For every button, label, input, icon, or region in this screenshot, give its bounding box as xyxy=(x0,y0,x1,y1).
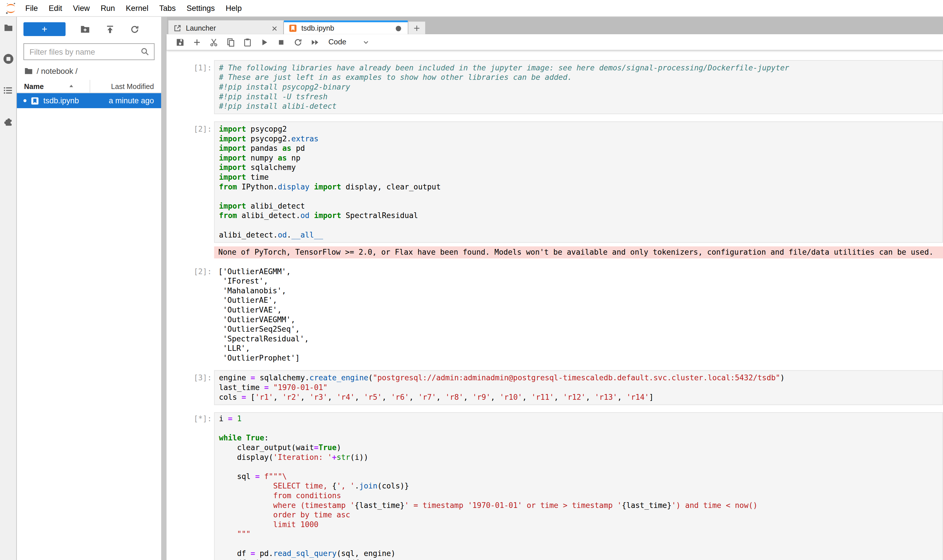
save-button[interactable] xyxy=(171,35,188,49)
cell-output: [2]:['OutlierAEGMM', 'IForest', 'Mahalan… xyxy=(194,266,943,363)
output-prompt-empty xyxy=(194,246,214,258)
column-header-name[interactable]: Name xyxy=(17,80,90,92)
cell-input-prompt: [2]: xyxy=(194,122,214,243)
menu-help[interactable]: Help xyxy=(220,4,247,13)
menu-tabs[interactable]: Tabs xyxy=(154,4,181,13)
cell-type-dropdown[interactable]: Code xyxy=(329,38,347,46)
notebook-toolbar: Code xyxy=(167,34,943,51)
notebook-icon xyxy=(31,97,39,105)
sidebar-splitter[interactable] xyxy=(161,17,167,560)
breadcrumb-path: / notebook / xyxy=(37,66,77,75)
tab-label: tsdb.ipynb xyxy=(301,24,396,32)
column-header-last-modified[interactable]: Last Modified xyxy=(90,80,161,92)
cell-input-prompt: [3]: xyxy=(194,370,214,405)
code-cell: [1]:# The following libraries have alrea… xyxy=(194,60,943,114)
new-launcher-button[interactable]: + xyxy=(23,22,66,36)
new-folder-icon[interactable] xyxy=(80,24,90,34)
activity-running-sessions[interactable] xyxy=(2,53,14,65)
jupyter-logo xyxy=(4,2,17,15)
refresh-icon[interactable] xyxy=(130,24,140,34)
file-list-header: Name Last Modified xyxy=(17,80,161,93)
search-icon xyxy=(140,47,150,57)
jupyterlab-window: FileEditViewRunKernelTabsSettingsHelp + … xyxy=(0,0,943,560)
menu-settings[interactable]: Settings xyxy=(181,4,220,13)
file-browser-panel: + / notebook / Name Last Modified xyxy=(17,17,161,560)
menu-kernel[interactable]: Kernel xyxy=(120,4,154,13)
menu-items: FileEditViewRunKernelTabsSettingsHelp xyxy=(20,0,247,16)
launcher-icon xyxy=(173,24,182,32)
unsaved-changes-dot xyxy=(396,25,401,31)
paste-cell-button[interactable] xyxy=(239,35,256,49)
menu-file[interactable]: File xyxy=(20,4,43,13)
tab-tsdb-ipynb[interactable]: tsdb.ipynb xyxy=(284,20,408,34)
chevron-down-icon[interactable] xyxy=(363,38,369,45)
file-last-modified: a minute ago xyxy=(109,96,161,105)
new-tab-button[interactable] xyxy=(408,22,425,34)
cell-editor[interactable]: # The following libraries have already b… xyxy=(214,60,943,114)
code-cell: [*]:i = 1 while True: clear_output(wait=… xyxy=(194,412,943,560)
cell-editor[interactable]: import psycopg2 import psycopg2.extras i… xyxy=(214,122,943,243)
execute-result: ['OutlierAEGMM', 'IForest', 'Mahalanobis… xyxy=(214,266,943,363)
insert-cell-button[interactable] xyxy=(188,35,205,49)
cell-input-prompt: [1]: xyxy=(194,60,214,114)
restart-kernel-button[interactable] xyxy=(289,35,306,49)
code-cell: [2]:import psycopg2 import psycopg2.extr… xyxy=(194,122,943,243)
activity-table-of-contents[interactable] xyxy=(2,84,14,96)
folder-icon xyxy=(24,66,33,75)
activity-file-browser[interactable] xyxy=(2,22,14,34)
menu-view[interactable]: View xyxy=(68,4,96,13)
menu-bar: FileEditViewRunKernelTabsSettingsHelp xyxy=(0,0,943,17)
notebook-icon xyxy=(289,24,297,32)
tab-launcher[interactable]: Launcher xyxy=(168,20,284,34)
activity-extensions[interactable] xyxy=(2,115,14,127)
dock-tab-bar: Launchertsdb.ipynb xyxy=(167,17,943,34)
notebook-panel: [1]:# The following libraries have alrea… xyxy=(167,50,943,560)
cell-editor[interactable]: engine = sqlalchemy.create_engine("postg… xyxy=(214,370,943,405)
restart-run-all-button[interactable] xyxy=(306,35,323,49)
output-prompt: [2]: xyxy=(194,266,214,363)
file-browser-toolbar: + xyxy=(17,17,161,36)
file-row-tsdb-ipynb[interactable]: tsdb.ipynb a minute ago xyxy=(17,93,161,108)
menu-run[interactable]: Run xyxy=(95,4,120,13)
cell-input-prompt: [*]: xyxy=(194,412,214,560)
run-button[interactable] xyxy=(256,35,273,49)
code-cell: [3]:engine = sqlalchemy.create_engine("p… xyxy=(194,370,943,405)
stop-button[interactable] xyxy=(272,35,289,49)
menu-edit[interactable]: Edit xyxy=(43,4,68,13)
activity-bar xyxy=(0,17,17,560)
upload-icon[interactable] xyxy=(105,24,115,34)
tab-label: Launcher xyxy=(186,24,270,32)
close-icon[interactable] xyxy=(270,24,278,32)
unsaved-changes-dot xyxy=(23,99,27,102)
cell-editor[interactable]: i = 1 while True: clear_output(wait=True… xyxy=(214,412,943,560)
copy-cell-button[interactable] xyxy=(222,35,239,49)
sort-ascending-icon xyxy=(68,83,74,89)
cell-output: None of PyTorch, TensorFlow >= 2.0, or F… xyxy=(194,246,943,258)
file-name: tsdb.ipynb xyxy=(43,96,109,105)
breadcrumb[interactable]: / notebook / xyxy=(17,65,161,77)
filter-files-input[interactable] xyxy=(24,44,154,60)
stderr-output: None of PyTorch, TensorFlow >= 2.0, or F… xyxy=(214,246,943,258)
filter-files-box xyxy=(23,43,154,60)
cut-cell-button[interactable] xyxy=(205,35,222,49)
